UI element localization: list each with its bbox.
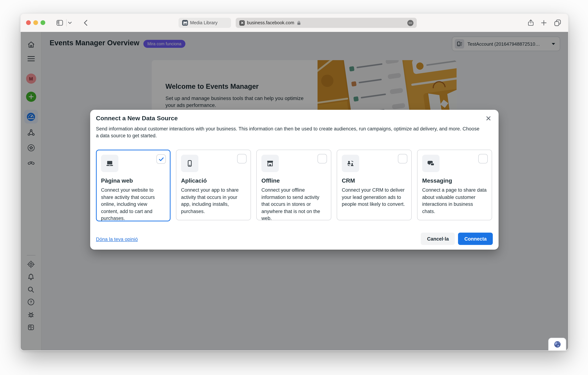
checkbox-app[interactable] (237, 154, 247, 163)
lock-icon (297, 21, 301, 25)
checkbox-crm[interactable] (398, 154, 407, 163)
card-title: CRM (342, 178, 407, 184)
back-icon[interactable] (82, 19, 90, 27)
language-selector[interactable] (548, 338, 566, 350)
chevron-down-icon[interactable] (68, 21, 72, 25)
checkbox-website-checked[interactable] (157, 154, 166, 164)
feedback-link[interactable]: Dóna la teva opinió (96, 236, 138, 242)
people-sync-icon (342, 155, 359, 172)
globe-icon (553, 340, 561, 348)
card-title: Messaging (422, 178, 487, 184)
cancel-button[interactable]: Cancel·la (421, 233, 455, 245)
card-description: Connect your CRM to deliver your lead ge… (342, 187, 407, 208)
chat-bubbles-icon (422, 155, 440, 172)
mobile-icon (181, 155, 199, 172)
desktop: Media Library business.facebook.com (0, 0, 588, 375)
card-description: Connect your app to share activity that … (181, 187, 246, 215)
dialog-title: Connect a New Data Source (96, 115, 178, 122)
zoom-window-button[interactable] (41, 20, 45, 25)
card-title: Offline (262, 178, 326, 184)
browser-toolbar: Media Library business.facebook.com (21, 14, 568, 32)
card-description: Connect your offline information to send… (262, 187, 326, 222)
card-title: Aplicació (181, 178, 246, 184)
checkbox-offline[interactable] (317, 154, 327, 163)
card-app[interactable]: Aplicació Connect your app to share acti… (176, 150, 251, 220)
media-library-icon (182, 20, 188, 26)
card-offline[interactable]: Offline Connect your offline information… (256, 150, 331, 220)
card-messaging[interactable]: Messaging Connect a page to share data a… (417, 150, 492, 220)
card-description: Connect your website to share activity t… (101, 187, 166, 222)
card-description: Connect a page to share data about valua… (422, 187, 487, 215)
toolbar-divider (66, 19, 67, 26)
share-icon[interactable] (527, 19, 535, 27)
tab-media-library[interactable]: Media Library (178, 18, 231, 28)
address-bar[interactable]: business.facebook.com (236, 18, 417, 28)
connect-button[interactable]: Connecta (458, 233, 493, 245)
card-website[interactable]: Pàgina web Connect your website to share… (96, 150, 170, 221)
sidebar-toggle-icon[interactable] (55, 19, 64, 27)
new-tab-icon[interactable] (540, 19, 547, 27)
card-title: Pàgina web (101, 178, 166, 184)
page-content: M (21, 32, 568, 350)
close-icon[interactable]: ✕ (483, 113, 494, 124)
checkbox-messaging[interactable] (478, 154, 488, 163)
dialog-description: Send information about customer interact… (96, 125, 483, 139)
minimize-window-button[interactable] (33, 20, 38, 25)
url-text: business.facebook.com (247, 20, 294, 25)
laptop-icon (101, 155, 118, 172)
store-icon (262, 155, 279, 172)
site-favicon (239, 20, 245, 26)
data-source-options: Pàgina web Connect your website to share… (96, 150, 492, 221)
page-options-icon[interactable] (407, 20, 413, 26)
tab-overview-icon[interactable] (553, 19, 562, 27)
browser-window: Media Library business.facebook.com (20, 13, 568, 351)
card-crm[interactable]: CRM Connect your CRM to deliver your lea… (337, 150, 412, 220)
tab-label: Media Library (190, 20, 217, 25)
close-window-button[interactable] (26, 20, 31, 25)
connect-data-source-dialog: Connect a New Data Source ✕ Send informa… (90, 110, 499, 250)
